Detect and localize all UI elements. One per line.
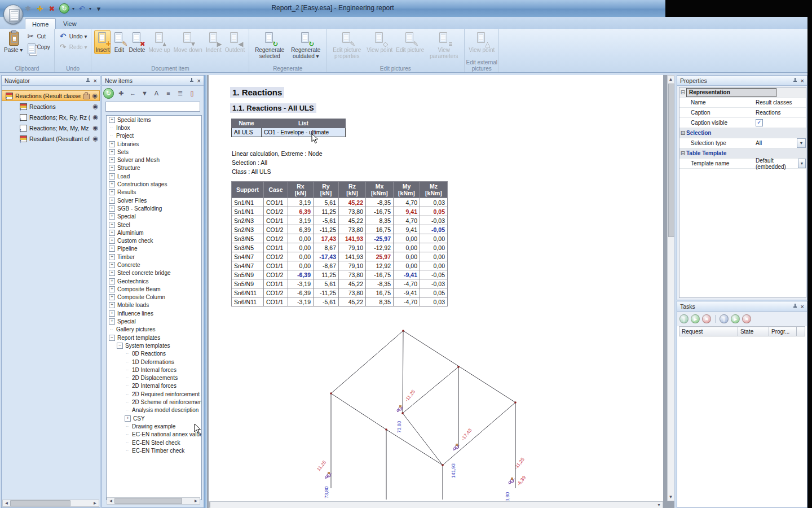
tree-item-solver-and-mesh[interactable]: +Solver and Mesh [107, 156, 201, 164]
tree-item-2d-displacements[interactable]: ··2D Displacements [107, 374, 201, 382]
property-value[interactable]: ✓ [756, 119, 806, 126]
property-value[interactable]: Reactions [756, 110, 806, 116]
expand-icon[interactable]: + [109, 213, 115, 220]
tab-home[interactable]: Home [25, 18, 56, 29]
pin-icon[interactable] [792, 77, 797, 84]
visibility-eye-icon[interactable]: ◉ [92, 135, 98, 142]
stop-task-icon[interactable]: ✖ [702, 314, 711, 323]
filter-input[interactable] [105, 102, 200, 112]
navigator-hscrollbar[interactable]: ◄ ► [2, 500, 99, 507]
tree-item-influence-lines[interactable]: +Influence lines [107, 309, 201, 317]
pin-icon[interactable] [85, 77, 90, 84]
property-value[interactable]: Default (embedded)▼ [756, 157, 806, 170]
scroll-right-icon[interactable]: ► [192, 498, 200, 504]
scroll-left-icon[interactable]: ◄ [3, 500, 10, 506]
ribbon-button-regenerate-selected[interactable]: ↻Regenerate selected [252, 30, 287, 60]
sort-az-icon[interactable]: A [152, 89, 161, 98]
property-name[interactable]: NameResult classes [679, 98, 806, 108]
task-column-state[interactable]: State [738, 327, 769, 336]
result-class-table[interactable]: NameListAll ULSCO1 - Envelope - ultimate [231, 119, 346, 137]
close-icon[interactable]: × [94, 78, 97, 84]
visibility-eye-icon[interactable]: ◉ [92, 103, 98, 110]
visibility-eye-icon[interactable]: ◉ [92, 92, 98, 99]
tree-item-custom-check[interactable]: +Custom check [107, 237, 201, 244]
tree-item-structure[interactable]: +Structure [107, 164, 201, 172]
tree-item-sets[interactable]: +Sets [107, 148, 201, 156]
navigator-item-reactions-mx-my-m[interactable]: └Reactions; Mx, My, Mz (D...◉ [2, 122, 100, 133]
tree-item-composite-column[interactable]: +Composite Column [107, 294, 201, 301]
ribbon-button-paste[interactable]: Paste ▾ [3, 30, 24, 54]
expand-icon[interactable]: + [109, 254, 115, 260]
expand-icon[interactable]: + [109, 302, 115, 308]
start-task-icon[interactable]: ▶ [691, 314, 700, 323]
scrollbar-thumb[interactable] [114, 498, 182, 504]
property-caption-visible[interactable]: Caption visible✓ [679, 118, 806, 128]
pause-all-icon[interactable]: ∥ [720, 314, 729, 323]
tree-item-geotechnics[interactable]: +Geotechnics [107, 277, 201, 285]
expand-icon[interactable]: + [109, 246, 115, 252]
dropdown-arrow-icon[interactable]: ▼ [798, 159, 806, 168]
dropdown-arrow-icon[interactable]: ▼ [797, 138, 806, 148]
tree-item-composite-beam[interactable]: +Composite Beam [107, 285, 201, 293]
document-vscrollbar[interactable]: ▲ ▼ [667, 75, 674, 501]
expand-icon[interactable]: + [109, 222, 115, 228]
application-menu-button[interactable] [3, 5, 23, 24]
expand-icon[interactable]: + [109, 149, 115, 155]
reactions-table[interactable]: SupportCaseRx[kN]Ry[kN]Rz[kN]Mx[kNm]My[k… [231, 181, 448, 306]
regenerate-icon[interactable]: ↻ [103, 88, 114, 99]
collapse-icon[interactable]: − [117, 343, 123, 349]
tree-item-steel-concrete-bridge[interactable]: +Steel concrete bridge [107, 269, 201, 277]
tab-view[interactable]: View [56, 18, 83, 29]
expand-icon[interactable]: + [109, 262, 115, 268]
tree-hscrollbar[interactable]: ◄ ► [107, 497, 200, 505]
expand-icon[interactable]: + [109, 189, 115, 195]
tree-item-drawing-example[interactable]: ··Drawing example [107, 422, 201, 430]
tree-item-special[interactable]: +Special [107, 317, 201, 325]
expand-icon[interactable]: + [109, 165, 115, 171]
tree-item-sgb-scaffolding[interactable]: +SGB - Scaffolding [107, 204, 201, 212]
tree-item-aluminium[interactable]: +Aluminium [107, 229, 201, 237]
tree-item-timber[interactable]: +Timber [107, 253, 201, 261]
stop-all-icon[interactable]: ✖ [742, 314, 751, 323]
ribbon-button-insert[interactable]: ✚Insert [94, 30, 111, 54]
tree-item-system-templates[interactable]: −System templates [107, 341, 201, 349]
expand-icon[interactable]: + [109, 318, 115, 325]
ribbon-button-delete[interactable]: ✖Delete [127, 30, 146, 54]
tree-item-1d-deformations[interactable]: ··1D Deformations [107, 358, 201, 366]
scroll-down-icon[interactable]: ▾ [655, 502, 663, 508]
ribbon-button-undo[interactable]: ↶Undo ▾ [58, 32, 89, 41]
tree-item-2d-scheme-of-reinforcement[interactable]: ··2D Scheme of reinforcement [107, 398, 201, 406]
visibility-eye-icon[interactable]: ◉ [92, 124, 98, 132]
panel-splitter[interactable] [204, 75, 207, 508]
tree-item-0d-reactions[interactable]: ··0D Reactions [107, 350, 201, 358]
property-template-name[interactable]: Template nameDefault (embedded)▼ [679, 159, 806, 169]
back-icon[interactable]: ← [128, 89, 138, 98]
property-value[interactable]: All▼ [756, 138, 806, 148]
pin-icon[interactable] [792, 303, 797, 309]
tree-item-2d-required-reinforcement-areas-e[interactable]: ··2D Required reinforcement areas E [107, 390, 201, 398]
expand-icon[interactable]: + [109, 230, 115, 236]
tree-item-load[interactable]: +Load [107, 172, 201, 180]
expand-icon[interactable]: + [109, 294, 115, 300]
expand-icon[interactable]: + [109, 286, 115, 292]
result-class-row[interactable]: All ULSCO1 - Envelope - ultimate [232, 128, 346, 137]
navigator-item-resultant-resultant[interactable]: └Resultant (Resultant of r...◉ [2, 133, 100, 144]
tree-item-steel[interactable]: +Steel [107, 221, 201, 229]
scrollbar-thumb[interactable] [10, 500, 70, 506]
structure-3d-diagram[interactable]: 11,2573,80-11,2573,80-17,43141,93-11,25-… [209, 308, 663, 501]
close-icon[interactable]: × [801, 78, 804, 84]
filter-icon[interactable]: ▼ [140, 89, 149, 98]
expand-icon[interactable]: + [109, 141, 115, 147]
expand-icon[interactable]: + [109, 173, 115, 179]
expand-icon[interactable]: + [125, 415, 131, 422]
collapse-icon[interactable]: − [109, 335, 115, 341]
navigator-item-reactions-result-cl[interactable]: Reactions (Result classes)◉ [2, 90, 100, 101]
tree-item-analysis-model-description[interactable]: ··Analysis model description [107, 406, 201, 414]
ribbon-button-copy[interactable]: Copy [25, 42, 51, 51]
tree-item-construction-stages[interactable]: +Construction stages [107, 180, 201, 188]
tree-item-mobile-loads[interactable]: +Mobile loads [107, 301, 201, 309]
tree-item-ec-en-national-annex-values[interactable]: ··EC-EN national annex values [107, 431, 201, 439]
expand-icon[interactable]: + [109, 278, 115, 284]
tree-item-inbox[interactable]: ··Inbox [107, 124, 201, 132]
insert-item-icon[interactable]: ✚ [116, 89, 126, 98]
